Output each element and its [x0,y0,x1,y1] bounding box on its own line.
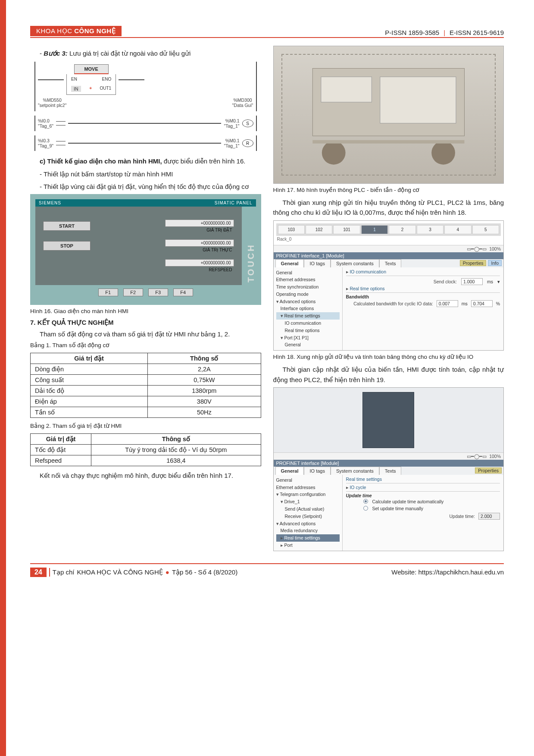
send-clock-input[interactable]: 1.000 [461,278,483,285]
data-gui-tag: "Data Gui" [232,103,253,108]
page-edge-accent [0,0,6,594]
rack-slot: 3 [417,225,443,234]
bandwidth-heading: Bandwidth [346,294,500,299]
hmi-f3[interactable]: F3 [148,289,168,296]
tree-item[interactable]: Operating mode [276,291,340,298]
hmi-panel: SIEMENS SIMATIC PANEL START +000000000.0… [30,194,261,305]
fig17-photo [273,46,504,184]
t1-h1: Thông số [148,353,261,364]
tree-item[interactable]: Ethernet addresses [276,276,340,283]
tree-item[interactable]: Port [276,542,340,549]
fig18-form: IO communication Send clock: 1.000 ms ▾ … [343,267,504,351]
section-tag-bold: CÔNG NGHỆ [74,27,116,35]
contact-i03 [56,141,66,145]
dropdown-icon[interactable]: ▾ [497,279,500,284]
tab-texts-2[interactable]: Texts [379,467,402,475]
section-7-heading: 7. KẾT QUẢ THỰC NGHIỆM [30,319,261,326]
bw-ms-input: 0.007 [437,300,458,307]
fig19-tree[interactable]: General Ethernet addresses Telegram conf… [274,475,343,551]
table-row: Công suất0,75kW [31,375,261,386]
tree-item[interactable]: Media redundancy [276,527,340,534]
drive-graphic [362,392,414,448]
tree-item[interactable]: Receive (Setpoint) [276,513,340,520]
tree-item[interactable]: Port [X1 P1] [276,334,340,342]
tree-item[interactable]: General [276,269,340,276]
coil-reset: R [242,139,253,147]
hmi-touch-text: TOUCH [246,207,256,285]
tree-item[interactable]: Telegram configuration [276,491,340,498]
i03-addr: %I0.3 [38,138,50,143]
zoom-value-2: 100% [489,454,501,459]
chip-properties-2[interactable]: Properties [475,467,502,474]
tag9: "Tag_9" [38,143,53,148]
rack-slot: 5 [472,225,499,234]
svg-rect-0 [312,68,464,136]
svg-rect-5 [312,140,464,144]
fig18-tree[interactable]: General Ethernet addresses Time synchron… [274,267,343,351]
issn-block: P-ISSN 1859-3585 | E-ISSN 2615-9619 [385,29,504,36]
hmi-f4[interactable]: F4 [173,289,193,296]
rack-slot: 102 [306,225,332,234]
tree-item-selected[interactable]: Real time settings [276,534,340,542]
rt-opts-heading: Real time options [346,286,500,291]
tree-item[interactable]: Ethernet addresses [276,484,340,491]
hmi-panel-label: SIMATIC PANEL [215,201,253,205]
tree-item[interactable]: Drive_1 [276,498,340,505]
chip-info[interactable]: Info [488,260,502,266]
opt-auto-label: Calculate update time automatically [372,499,444,504]
zoom-icon[interactable]: ▭━◯━▭ [467,454,487,459]
tab-system-constants[interactable]: System constants [331,259,379,267]
closing-para: Kết nối và chạy thực nghiệm mô hình, đượ… [30,471,261,480]
c-tail: được biểu diễn trên hình 16. [162,157,246,165]
svg-rect-1 [321,77,372,102]
tree-item[interactable]: Send (Actual value) [276,505,340,513]
table-row: Tốc độ đặtTùy ý trong dải tốc độ - Ví dụ… [31,445,261,455]
tree-item[interactable]: Advanced options [276,298,340,305]
rack-slot: 101 [333,225,360,234]
tree-item[interactable]: Advanced options [276,520,340,527]
page-footer: 24 Tạp chí KHOA HỌC VÀ CÔNG NGHỆ ● Tập 5… [30,563,504,577]
tab-io-tags-2[interactable]: IO tags [304,467,330,475]
table-row: Dòng điện2,2A [31,364,261,375]
para-after-17: Thời gian xung nhịp gửi tín hiệu truyền … [273,198,504,218]
radio-auto[interactable] [363,499,368,504]
tree-item[interactable]: Real time options [276,327,340,334]
io-comm-heading: IO communication [346,269,500,274]
radio-manual[interactable] [363,506,368,511]
svg-point-4 [431,141,455,165]
update-time-input: 2.000 [478,513,500,520]
issue-label: Tập 56 - Số 4 (8/2020) [172,568,237,576]
tag6: "Tag_6" [38,123,53,129]
tree-item[interactable]: General [276,341,340,348]
hmi-stop-button[interactable]: STOP [43,241,91,251]
table-1: Giá trị đặt Thông số Dòng điện2,2A Công … [30,353,261,418]
tree-item[interactable]: IO communication [276,320,340,327]
md550-addr: %MD550 [43,97,62,103]
tree-item[interactable]: Interface options [276,305,340,312]
hmi-refspeed-label: REFSPEED [165,267,234,272]
hmi-f2[interactable]: F2 [123,289,143,296]
fig19-form: Real time settings IO cycle Update time … [343,475,504,551]
hmi-setpoint-field[interactable]: +000000000.00 [165,220,234,227]
move-out1: OUT1 [100,86,112,92]
tab-io-tags[interactable]: IO tags [304,259,330,267]
m01-addr-1: %M0.1 [225,118,240,123]
tree-item-selected[interactable]: Real time settings [276,312,340,320]
page-number: 24 [30,568,47,577]
tree-item[interactable]: General [276,477,340,484]
ladder-diagram: MOVE ENENO IN ✶ OUT1 [30,62,261,151]
tab-general[interactable]: General [275,259,304,267]
c-heading: c) Thiết kế giao diện cho màn hình HMI, [40,157,162,165]
hmi-start-button[interactable]: START [43,221,91,231]
bw-ms-unit: ms [462,301,468,306]
tab-system-constants-2[interactable]: System constants [331,467,379,475]
chip-properties[interactable]: Properties [460,260,487,266]
tab-general-2[interactable]: General [275,467,304,475]
journal-label: Tạp chí [53,568,75,576]
bw-pct-unit: % [496,301,500,306]
tree-item[interactable]: Time synchronization [276,283,340,291]
hmi-f1[interactable]: F1 [98,289,118,296]
zoom-icon[interactable]: ▭━◯━▭ [467,246,487,251]
tab-texts[interactable]: Texts [379,259,402,267]
rack-slot-cpu[interactable]: 1 [361,225,388,234]
